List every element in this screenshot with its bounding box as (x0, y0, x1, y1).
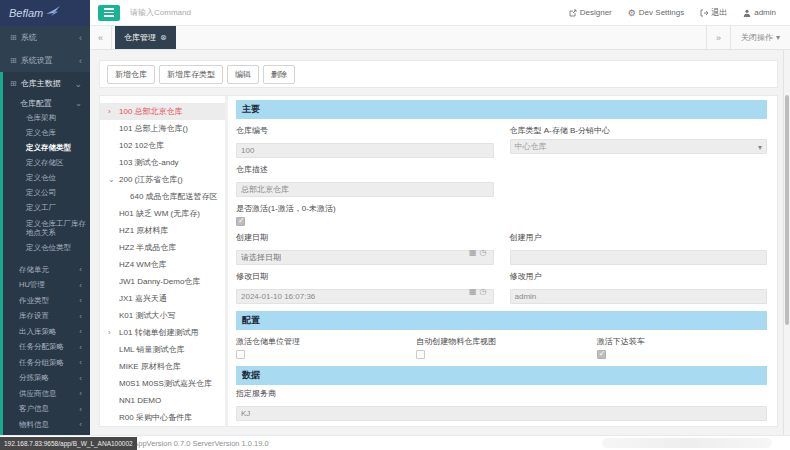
tree-item[interactable]: K01 测试大小写 (100, 307, 225, 324)
active-flag-checkbox[interactable] (236, 217, 245, 226)
modify-user-input[interactable] (510, 289, 768, 304)
calendar-icon[interactable]: ▦ (469, 248, 480, 257)
tree-item[interactable]: JW1 Danny-Demo仓库 (100, 273, 225, 290)
sidebar-item-system[interactable]: ⊞ 系统 ‹ (0, 26, 90, 49)
sidebar-item-define-storage-section[interactable]: 定义存储区 (3, 156, 90, 171)
chevron-left-icon: ‹ (79, 33, 82, 43)
clock-icon[interactable]: ◷ (480, 287, 490, 296)
field-label: 创建日期 (236, 232, 494, 243)
tree-item[interactable]: HZ4 WM仓库 (100, 256, 225, 273)
chevron-left-icon: ‹ (79, 312, 82, 321)
sidebar-item-supplier-info[interactable]: 供应商信息‹ (3, 386, 90, 402)
sidebar-item-warehouse-structure[interactable]: 仓库架构 (3, 111, 90, 126)
add-warehouse-button[interactable]: 新增仓库 (107, 65, 155, 84)
field-label: 仓库类型 A-存储 B-分销中心 (510, 125, 768, 136)
create-user-input[interactable] (510, 250, 768, 265)
sidebar-item-system-settings[interactable]: ⊞ 系统设置 ‹ (0, 49, 90, 72)
field-label: 指定服务商 (236, 388, 767, 399)
command-input[interactable] (130, 8, 350, 17)
tabs-scroll-right-button[interactable]: » (706, 26, 730, 49)
field-label: 修改用户 (510, 271, 768, 282)
sidebar-item-customer-info[interactable]: 客户信息‹ (3, 402, 90, 418)
tree-item[interactable]: ›L01 转储单创建测试用 (100, 324, 225, 341)
sidebar-item-define-bin-type[interactable]: 定义仓位类型 (3, 241, 90, 256)
chevron-left-icon: ‹ (79, 265, 82, 274)
activate-loading-checkbox[interactable] (597, 350, 606, 359)
clock-icon[interactable]: ◷ (480, 248, 490, 257)
tree-item[interactable]: ⌄200 (江苏省仓库() (100, 171, 225, 188)
su-management-checkbox[interactable] (236, 350, 245, 359)
sidebar-item-task-allocation-strategy[interactable]: 任务分配策略‹ (3, 340, 90, 356)
tab-warehouse-management[interactable]: 仓库管理 ⊗ (115, 26, 176, 49)
tree-item[interactable]: M0S1 M0SS测试嘉兴仓库 (100, 375, 225, 392)
tree-item[interactable]: 102 102仓库 (100, 137, 225, 154)
tree-item[interactable]: ›100 总部北京仓库 (100, 103, 225, 120)
sidebar-item-define-plant[interactable]: 定义工厂 (3, 201, 90, 216)
logout-link[interactable]: 退出 (700, 7, 727, 18)
create-date-input[interactable] (236, 250, 494, 265)
sidebar-item-hu-management[interactable]: HU管理‹ (3, 278, 90, 294)
sidebar-item-warehouse-master-data[interactable]: ⊞ 仓库主数据 ⌄ (3, 72, 90, 95)
tree-item[interactable]: JX1 嘉兴天通 (100, 290, 225, 307)
tabs-scroll-left-button[interactable]: « (90, 26, 112, 49)
user-icon (743, 9, 751, 17)
sidebar-item-define-company[interactable]: 定义公司 (3, 186, 90, 201)
tree-item[interactable]: NN1 DEMO (100, 392, 225, 409)
collapse-icon[interactable]: ⌄ (108, 175, 115, 184)
sidebar-item-material-info[interactable]: 物料信息‹ (3, 417, 90, 433)
tree-item[interactable]: 101 总部上海仓库() (100, 120, 225, 137)
tree-item[interactable]: R00 采购中心备件库 (100, 409, 225, 426)
edit-button[interactable]: 编辑 (227, 65, 259, 84)
sidebar-item-inout-strategy[interactable]: 出入库策略‹ (3, 324, 90, 340)
chevron-left-icon: ‹ (79, 281, 82, 290)
username-label: admin (754, 8, 776, 17)
tree-item[interactable]: LML 销量测试仓库 (100, 341, 225, 358)
tree-item[interactable]: 640 成品仓库配送暂存区 (100, 188, 225, 205)
user-menu[interactable]: admin (743, 8, 776, 17)
sidebar-item-picking-strategy[interactable]: 分拣策略‹ (3, 371, 90, 387)
modify-date-input[interactable] (236, 289, 494, 304)
dev-settings-label: Dev Settings (639, 8, 684, 17)
calendar-icon[interactable]: ▦ (469, 287, 480, 296)
sidebar-toggle-button[interactable] (98, 5, 120, 21)
sidebar-item-define-warehouse[interactable]: 定义仓库 (3, 126, 90, 141)
logout-label: 退出 (711, 7, 727, 18)
sidebar-item-warehouse-config[interactable]: 仓库配置 ⌄ (3, 95, 90, 111)
tree-item[interactable]: HZ1 原材料库 (100, 222, 225, 239)
chevron-left-icon: ‹ (79, 56, 82, 66)
caret-down-icon: ▾ (776, 33, 780, 42)
sidebar-item-define-storage-type[interactable]: 定义存储类型 (3, 141, 90, 156)
tree-item[interactable]: HZ2 半成品仓库 (100, 239, 225, 256)
page-scrollbar[interactable] (783, 50, 790, 435)
close-operations-dropdown[interactable]: 关闭操作 ▾ (730, 26, 790, 49)
tree-item[interactable]: H01 缺乏 WM (无库存) (100, 205, 225, 222)
expand-icon[interactable]: › (108, 107, 111, 116)
sidebar-item-define-warehouse-plant-sloc-relation[interactable]: 定义仓库工厂库存地点关系 (3, 216, 90, 241)
warehouse-no-input[interactable] (236, 143, 494, 158)
sidebar-item-task-grouping-strategy[interactable]: 任务分组策略‹ (3, 355, 90, 371)
auto-create-material-view-checkbox[interactable] (416, 350, 425, 359)
sidebar-item-storage-unit[interactable]: 存储单元‹ (3, 262, 90, 278)
field-label: 仓库编号 (236, 125, 494, 136)
add-stock-type-button[interactable]: 新增库存类型 (159, 65, 223, 84)
delete-button[interactable]: 删除 (263, 65, 295, 84)
chevron-down-icon: ⌄ (74, 79, 82, 89)
tree-item[interactable]: 103 测试仓-andy (100, 154, 225, 171)
chevron-left-icon: ‹ (79, 296, 82, 305)
service-provider-input[interactable] (236, 406, 767, 421)
warehouse-type-select[interactable]: 中心仓库 ▾ (510, 139, 768, 154)
sidebar-item-inventory-settings[interactable]: 库存设置‹ (3, 309, 90, 325)
field-label: 仓库描述 (236, 164, 494, 175)
tab-close-icon[interactable]: ⊗ (160, 33, 167, 42)
warehouse-desc-input[interactable] (236, 182, 494, 197)
field-label: 是否激活(1-激活，0-未激活) (236, 203, 767, 214)
sidebar-item-define-bin[interactable]: 定义仓位 (3, 171, 90, 186)
scrollbar-thumb[interactable] (785, 95, 789, 325)
tree-item[interactable]: MIKE 原材料仓库 (100, 358, 225, 375)
dev-settings-link[interactable]: ⚙ Dev Settings (628, 8, 684, 18)
chevron-down-icon: ⌄ (75, 99, 82, 108)
warehouse-form: 主要 仓库编号 仓库类型 A-存储 B-分销中心 中心仓库 ▾ 仓库描述 (228, 96, 777, 426)
designer-link[interactable]: Designer (569, 8, 612, 17)
expand-icon[interactable]: › (108, 328, 111, 337)
sidebar-item-operation-type[interactable]: 作业类型‹ (3, 293, 90, 309)
